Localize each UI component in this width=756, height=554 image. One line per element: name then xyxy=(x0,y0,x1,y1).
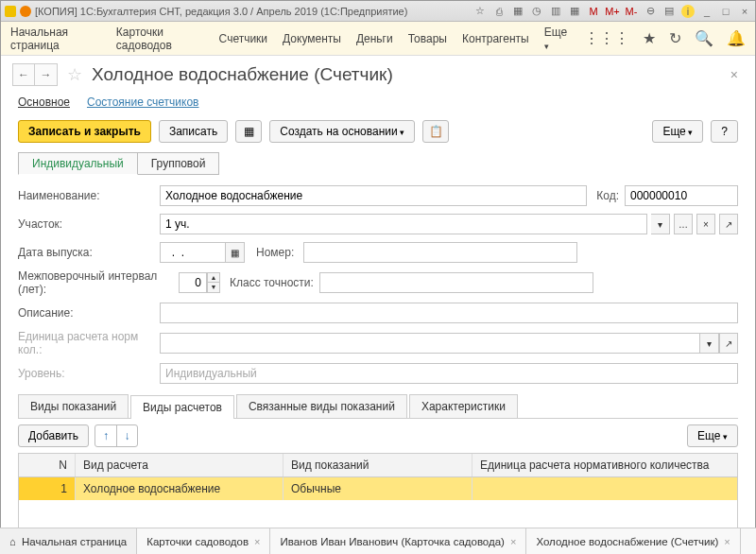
search-icon[interactable]: 🔍 xyxy=(695,29,713,47)
unit-input xyxy=(160,333,700,354)
sys-icon[interactable]: ▤ xyxy=(662,5,676,18)
close-page-button[interactable]: × xyxy=(725,67,744,82)
interval-input[interactable] xyxy=(179,272,207,293)
sys-mminus[interactable]: M- xyxy=(625,5,638,18)
move-up-icon[interactable]: ↑ xyxy=(95,425,116,446)
tab-chars[interactable]: Характеристики xyxy=(409,394,518,418)
sys-icon[interactable]: ▦ xyxy=(511,5,524,18)
col-calc[interactable]: Вид расчета xyxy=(76,454,284,476)
bottom-home[interactable]: ⌂ Начальная страница xyxy=(0,528,137,554)
page-header: ← → ☆ Холодное водоснабжение (Счетчик) × xyxy=(1,56,755,94)
nav-meters[interactable]: Счетчики xyxy=(219,32,267,45)
save-close-button[interactable]: Записать и закрыть xyxy=(18,120,151,143)
create-basis-button[interactable]: Создать на основании xyxy=(269,120,415,143)
sys-icon[interactable]: ▦ xyxy=(568,5,581,18)
table-toolbar: Добавить ↑ ↓ Еще xyxy=(1,419,755,453)
calc-table: N Вид расчета Вид показаний Единица расч… xyxy=(18,453,738,535)
add-button[interactable]: Добавить xyxy=(18,424,89,447)
sys-icon[interactable]: ☆ xyxy=(473,5,487,18)
desc-label: Описание: xyxy=(18,306,160,320)
sys-icon[interactable]: ▥ xyxy=(549,5,562,18)
col-unit[interactable]: Единица расчета нормативного количества xyxy=(472,454,737,476)
type-tabs: Индивидуальный Групповой xyxy=(18,152,738,175)
plot-label: Участок: xyxy=(18,217,160,231)
subtab-main[interactable]: Основное xyxy=(18,95,70,109)
apps-icon[interactable]: ⋮⋮⋮ xyxy=(584,29,629,47)
level-label: Уровень: xyxy=(18,367,160,380)
cell-n: 1 xyxy=(19,477,76,500)
plot-dropdown-icon[interactable]: ▾ xyxy=(651,214,670,234)
interval-spinner[interactable]: ▲▼ xyxy=(207,272,220,293)
history-icon[interactable]: ↻ xyxy=(669,29,681,47)
table-more-button[interactable]: Еще xyxy=(687,424,738,447)
tab-close-icon[interactable]: × xyxy=(510,536,516,547)
bottom-tab-2[interactable]: Иванов Иван Иванович (Карточка садовода)… xyxy=(270,528,526,554)
detail-tabs: Виды показаний Виды расчетов Связанные в… xyxy=(18,394,738,419)
code-input[interactable] xyxy=(625,185,738,206)
plot-ellipsis-icon[interactable]: … xyxy=(674,214,693,234)
bottom-tab-1[interactable]: Карточки садоводов × xyxy=(137,528,270,554)
tab-linked[interactable]: Связанные виды показаний xyxy=(236,394,407,418)
move-down-icon[interactable]: ↓ xyxy=(116,425,137,446)
nav-goods[interactable]: Товары xyxy=(408,32,447,45)
calendar-icon[interactable]: ▦ xyxy=(226,242,245,263)
nav-money[interactable]: Деньги xyxy=(356,32,393,45)
plot-clear-icon[interactable]: × xyxy=(696,214,715,234)
window-title: [КОПИЯ] 1С:Бухгалтерия СНТ, редакция 3.0… xyxy=(35,6,407,17)
nav-docs[interactable]: Документы xyxy=(283,32,341,45)
plot-open-icon[interactable]: ↗ xyxy=(719,214,738,234)
level-input xyxy=(160,363,738,384)
col-n[interactable]: N xyxy=(19,454,76,476)
star-icon[interactable]: ★ xyxy=(643,29,656,47)
close-icon[interactable]: × xyxy=(738,5,751,18)
sys-mplus[interactable]: M+ xyxy=(606,5,619,18)
cell-calc: Холодное водоснабжение xyxy=(76,477,284,500)
tab-readings[interactable]: Виды показаний xyxy=(18,394,129,418)
sys-icon[interactable]: ⊖ xyxy=(644,5,657,18)
bottom-tab-3[interactable]: Холодное водоснабжение (Счетчик) × xyxy=(526,528,740,554)
date-input[interactable] xyxy=(160,242,226,263)
cell-unit xyxy=(472,477,737,500)
code-label: Код: xyxy=(587,189,625,202)
sys-icon[interactable]: ◷ xyxy=(530,5,543,18)
home-icon: ⌂ xyxy=(9,536,16,547)
more-button[interactable]: Еще xyxy=(652,120,703,143)
nav-contragents[interactable]: Контрагенты xyxy=(462,32,529,45)
form: Наименование: Код: Участок: ▾ … × ↗ Дата… xyxy=(1,184,755,385)
toolbar-icon-1[interactable]: ▦ xyxy=(235,120,262,143)
unit-open-icon[interactable]: ↗ xyxy=(719,333,738,354)
table-row[interactable]: 1 Холодное водоснабжение Обычные xyxy=(19,477,737,500)
toolbar-icon-2[interactable]: 📋 xyxy=(422,120,449,143)
unit-dropdown-icon[interactable]: ▾ xyxy=(700,333,719,354)
col-reading[interactable]: Вид показаний xyxy=(284,454,472,476)
help-icon[interactable]: i xyxy=(681,5,695,18)
tab-close-icon[interactable]: × xyxy=(254,536,260,547)
tab-individual[interactable]: Индивидуальный xyxy=(18,152,138,175)
bottom-tabs: ⌂ Начальная страница Карточки садоводов … xyxy=(0,528,756,554)
help-button[interactable]: ? xyxy=(711,120,738,143)
tab-calc[interactable]: Виды расчетов xyxy=(130,395,234,419)
favorite-icon[interactable]: ☆ xyxy=(67,64,82,85)
number-input[interactable] xyxy=(303,242,577,263)
sys-icon[interactable]: ⎙ xyxy=(492,5,506,18)
plot-input[interactable] xyxy=(160,214,647,234)
bell-icon[interactable]: 🔔 xyxy=(727,29,746,47)
save-button[interactable]: Записать xyxy=(159,120,228,143)
nav-more[interactable]: Еще xyxy=(544,26,569,52)
unit-label: Единица расчета норм кол.: xyxy=(18,330,160,356)
sys-m[interactable]: M xyxy=(587,5,600,18)
accuracy-input[interactable] xyxy=(319,272,593,293)
nav-cards[interactable]: Карточки садоводов xyxy=(116,26,204,52)
cell-reading: Обычные xyxy=(284,477,472,500)
minimize-icon[interactable]: _ xyxy=(700,5,713,18)
tab-close-icon[interactable]: × xyxy=(724,536,730,547)
maximize-icon[interactable]: □ xyxy=(719,5,732,18)
back-button[interactable]: ← xyxy=(12,63,35,86)
tab-group[interactable]: Групповой xyxy=(138,152,220,175)
name-input[interactable] xyxy=(160,185,587,206)
nav-home[interactable]: Начальная страница xyxy=(10,26,101,52)
number-label: Номер: xyxy=(256,246,303,259)
forward-button[interactable]: → xyxy=(35,63,58,86)
subtab-state[interactable]: Состояние счетчиков xyxy=(87,95,199,109)
desc-input[interactable] xyxy=(160,303,738,323)
